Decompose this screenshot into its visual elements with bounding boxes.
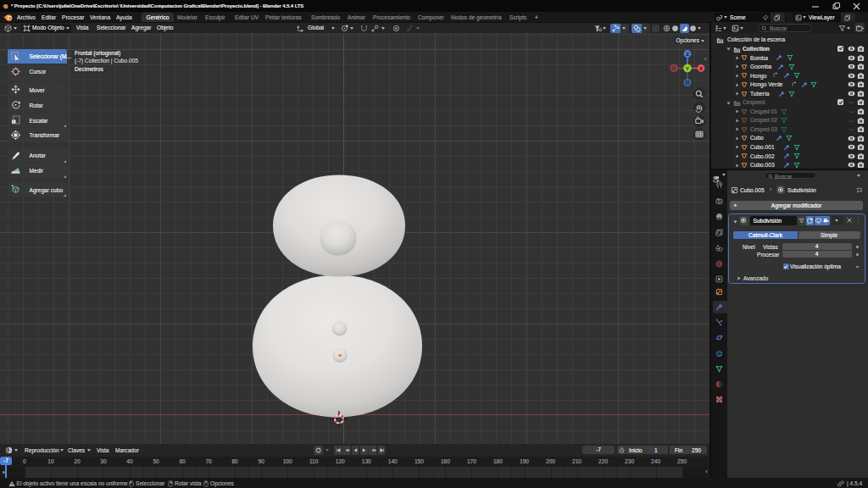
svg-text:Z: Z [686,52,689,57]
svg-text:Y: Y [686,66,689,71]
svg-text:X: X [699,66,703,71]
